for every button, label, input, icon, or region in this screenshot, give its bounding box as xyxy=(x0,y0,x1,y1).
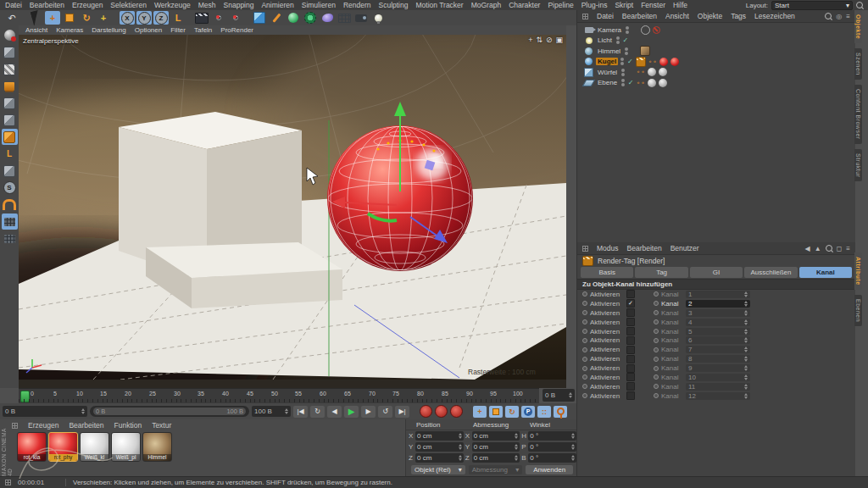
live-selection-tool[interactable] xyxy=(28,11,43,25)
enable-dot-icon[interactable] xyxy=(654,374,659,380)
om-menu-objekte[interactable]: Objekte xyxy=(698,12,722,20)
visibility-dots[interactable] xyxy=(621,79,625,86)
menu-motion-tracker[interactable]: Motion Tracker xyxy=(415,1,463,9)
size-x-field[interactable]: 0 cm xyxy=(472,431,520,441)
pan-icon[interactable]: + xyxy=(528,36,532,44)
layout-select[interactable]: Start▾ xyxy=(771,1,853,10)
aktivieren-checkbox[interactable] xyxy=(626,290,635,298)
target-tag-icon[interactable] xyxy=(641,25,650,35)
protection-tag-icon[interactable] xyxy=(653,26,660,34)
menu-werkzeuge[interactable]: Werkzeuge xyxy=(154,1,191,9)
size-mode-dropdown[interactable]: Abmessung▾ xyxy=(469,465,523,474)
menu-fenster[interactable]: Fenster xyxy=(641,1,665,9)
attr-menu-benutzer[interactable]: Benutzer xyxy=(670,244,699,252)
enable-dot-icon[interactable] xyxy=(654,329,659,334)
enable-dot-icon[interactable] xyxy=(582,366,587,371)
menu-charakter[interactable]: Charakter xyxy=(509,1,540,9)
enable-dot-icon[interactable] xyxy=(582,384,587,389)
object-row-ebene[interactable]: Ebene ✓ ∘∘ xyxy=(577,78,855,89)
vp-menu-filter[interactable]: Filter xyxy=(170,26,186,34)
menu-simulieren[interactable]: Simulieren xyxy=(302,1,336,9)
menu-pipeline[interactable]: Pipeline xyxy=(548,1,573,9)
scale-tool[interactable] xyxy=(62,11,77,25)
y-axis-lock-button[interactable]: Y xyxy=(136,11,152,25)
dock-tab-objekte[interactable]: Objekte xyxy=(854,10,862,43)
enable-dot-icon[interactable] xyxy=(654,291,659,297)
zoom-icon[interactable]: ⇅ xyxy=(536,36,542,44)
previous-frame-button[interactable]: ◀ xyxy=(327,406,342,418)
parent-object-icon[interactable]: ▲ xyxy=(815,245,821,252)
menu-bearbeiten[interactable]: Bearbeiten xyxy=(30,1,64,9)
aktivieren-checkbox[interactable] xyxy=(626,355,635,363)
vp-menu-darstellung[interactable]: Darstellung xyxy=(92,26,125,34)
position-y-field[interactable]: 0 cm xyxy=(415,442,464,452)
enable-dot-icon[interactable] xyxy=(654,319,659,324)
tab-basis[interactable]: Basis xyxy=(581,267,633,278)
material-tag-white-1[interactable] xyxy=(648,68,656,76)
enable-dot-icon[interactable] xyxy=(582,393,587,398)
kanal-number-field[interactable]: 6 xyxy=(686,336,750,344)
aktivieren-checkbox[interactable] xyxy=(626,346,635,354)
menu-sculpting[interactable]: Sculpting xyxy=(379,1,409,9)
section-header[interactable]: Zu Objekt-Kanal hinzufügen xyxy=(577,279,855,290)
object-row-wuerfel[interactable]: Würfel ∘∘ xyxy=(577,67,855,78)
material-tag-white-2[interactable] xyxy=(659,68,667,76)
subdivision-surface-button[interactable] xyxy=(286,11,301,25)
enable-snap-button[interactable] xyxy=(2,197,18,213)
axis-mode-button[interactable]: L xyxy=(2,146,18,162)
enable-dot-icon[interactable] xyxy=(654,393,659,398)
rotate-tool[interactable]: ↻ xyxy=(79,11,94,25)
snap-settings-button[interactable]: S xyxy=(2,180,18,196)
render-settings-button[interactable] xyxy=(228,11,243,25)
material-rot-kla[interactable]: rot_kla xyxy=(17,432,47,462)
reverse-button[interactable]: ↺ xyxy=(378,406,392,418)
render-view-button[interactable] xyxy=(194,11,209,25)
kanal-number-field[interactable]: 5 xyxy=(686,328,750,336)
x-axis-lock-button[interactable]: X xyxy=(120,11,135,25)
kanal-number-field[interactable]: 9 xyxy=(686,364,750,372)
enable-dot-icon[interactable] xyxy=(654,310,659,315)
keyframe-presets-button[interactable] xyxy=(554,406,567,418)
enable-dot-icon[interactable] xyxy=(582,310,587,315)
attr-menu-bearbeiten[interactable]: Bearbeiten xyxy=(627,244,662,252)
kanal-number-field[interactable]: 4 xyxy=(686,319,750,326)
make-editable-button[interactable] xyxy=(2,27,18,43)
size-y-field[interactable]: 0 cm xyxy=(472,442,520,452)
enable-dot-icon[interactable] xyxy=(582,329,587,334)
coord-mode-dropdown[interactable]: Objekt (Rel)▾ xyxy=(411,465,465,474)
tab-tag[interactable]: Tag xyxy=(635,267,687,278)
enable-dot-icon[interactable] xyxy=(582,357,587,362)
key-parameter-toggle[interactable]: P xyxy=(521,406,535,418)
undo-button[interactable]: ↶ xyxy=(4,11,19,25)
edges-mode-button[interactable] xyxy=(2,112,18,128)
generator-button[interactable] xyxy=(303,11,318,25)
object-row-kamera[interactable]: Kamera xyxy=(577,25,855,36)
dock-tab-struktur[interactable]: Struktur xyxy=(854,149,862,182)
history-back-icon[interactable]: ◀ xyxy=(805,245,810,252)
dock-tab-szenen[interactable]: Szenen xyxy=(854,48,862,80)
material-weiss-kl[interactable]: Weiß_kl xyxy=(80,432,109,462)
vp-menu-tafeln[interactable]: Tafeln xyxy=(194,26,212,34)
kanal-number-field[interactable]: 3 xyxy=(686,309,750,317)
aktivieren-checkbox[interactable] xyxy=(626,364,635,373)
key-scale-toggle[interactable] xyxy=(489,406,503,418)
kanal-number-field[interactable]: 10 xyxy=(686,374,750,381)
vp-menu-ansicht[interactable]: Ansicht xyxy=(25,26,47,34)
kanal-number-field[interactable]: 11 xyxy=(686,383,750,391)
attr-menu-modus[interactable]: Modus xyxy=(597,244,619,252)
apply-button[interactable]: Anwenden xyxy=(526,465,573,474)
search-icon[interactable] xyxy=(856,2,863,8)
phong-tag-icon[interactable]: ∘∘ xyxy=(648,58,657,66)
play-button[interactable]: ▶ xyxy=(344,406,359,418)
aktivieren-checkbox[interactable]: ✓ xyxy=(626,299,635,308)
menu-mograph[interactable]: MoGraph xyxy=(471,1,501,9)
start-frame-field[interactable]: 0 B xyxy=(3,406,87,417)
menu-snapping[interactable]: Snapping xyxy=(224,1,254,9)
menu-rendern[interactable]: Rendern xyxy=(343,1,371,9)
spline-pen-button[interactable] xyxy=(269,11,284,25)
current-frame-field[interactable]: 0 B xyxy=(542,389,575,402)
aktivieren-checkbox[interactable] xyxy=(626,327,635,336)
panel-handle-icon[interactable] xyxy=(582,246,588,252)
attr-lock-icon[interactable]: ◻ xyxy=(837,245,843,252)
panel-handle-icon[interactable] xyxy=(12,423,18,429)
